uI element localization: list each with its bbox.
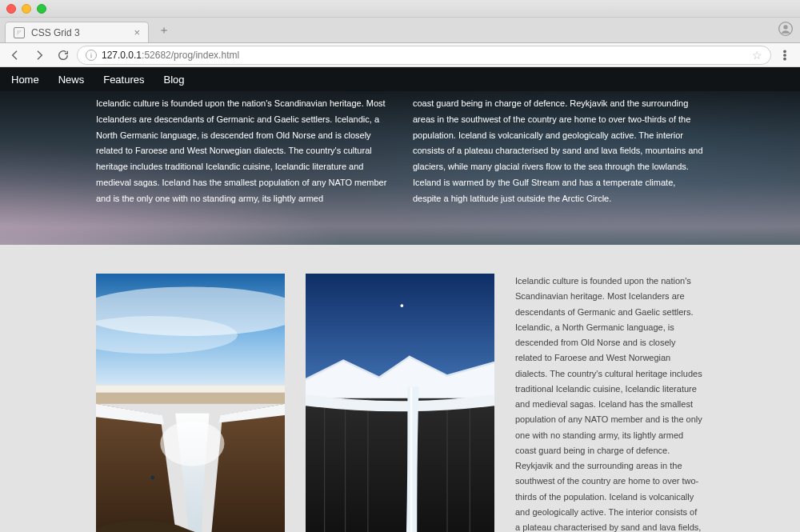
svg-rect-14: [306, 398, 494, 532]
page-favicon-icon: [14, 27, 25, 38]
profile-button[interactable]: [778, 21, 794, 40]
nav-features[interactable]: Features: [103, 74, 144, 86]
minimize-window-button[interactable]: [22, 4, 31, 14]
svg-point-10: [160, 421, 224, 466]
hero: Icelandic culture is founded upon the na…: [0, 91, 800, 245]
hero-text-col-2: coast guard being in charge of defence. …: [413, 96, 704, 207]
browser-window: CSS Grid 3 × ＋ i 127.0.0.1:52682/prog/in…: [0, 0, 800, 532]
url-path: :52682/prog/index.html: [142, 50, 239, 61]
svg-point-11: [150, 476, 154, 480]
menu-button[interactable]: [774, 46, 795, 65]
url-host: 127.0.0.1: [102, 50, 142, 61]
site-nav: Home News Features Blog: [0, 67, 800, 91]
url-text: 127.0.0.1:52682/prog/index.html: [102, 50, 747, 61]
forward-button[interactable]: [29, 46, 50, 65]
nav-news[interactable]: News: [58, 74, 85, 86]
gallery-section: Icelandic culture is founded upon the na…: [0, 245, 800, 532]
svg-point-3: [784, 54, 786, 55]
browser-tab[interactable]: CSS Grid 3 ×: [5, 22, 149, 42]
reload-button[interactable]: [53, 46, 74, 65]
bookmark-icon[interactable]: ☆: [752, 49, 762, 62]
tab-strip: CSS Grid 3 × ＋: [0, 18, 800, 43]
page-viewport: Home News Features Blog Icelandic cultur…: [0, 67, 800, 532]
svg-rect-9: [96, 385, 285, 392]
svg-point-4: [784, 58, 786, 59]
back-button[interactable]: [5, 46, 26, 65]
svg-point-2: [784, 50, 786, 52]
close-window-button[interactable]: [6, 4, 16, 14]
close-tab-button[interactable]: ×: [134, 26, 140, 38]
nav-blog[interactable]: Blog: [164, 74, 185, 86]
address-bar[interactable]: i 127.0.0.1:52682/prog/index.html ☆: [77, 46, 771, 65]
gallery-grid: Icelandic culture is founded upon the na…: [96, 274, 704, 532]
toolbar-right: [774, 46, 795, 65]
svg-point-13: [400, 304, 403, 307]
gallery-image-2: [306, 274, 494, 532]
section-body-text: Icelandic culture is founded upon the na…: [515, 274, 704, 532]
window-controls: [6, 4, 46, 14]
browser-toolbar: i 127.0.0.1:52682/prog/index.html ☆: [0, 43, 800, 67]
maximize-window-button[interactable]: [37, 4, 46, 14]
hero-text-col-1: Icelandic culture is founded upon the na…: [96, 96, 387, 207]
gallery-image-1: [96, 274, 285, 532]
svg-point-1: [783, 25, 787, 29]
new-tab-button[interactable]: ＋: [154, 23, 174, 38]
hero-columns: Icelandic culture is founded upon the na…: [96, 91, 704, 207]
site-info-icon[interactable]: i: [86, 50, 97, 61]
window-titlebar: [0, 0, 800, 18]
nav-home[interactable]: Home: [11, 74, 39, 86]
tab-title: CSS Grid 3: [31, 27, 80, 38]
